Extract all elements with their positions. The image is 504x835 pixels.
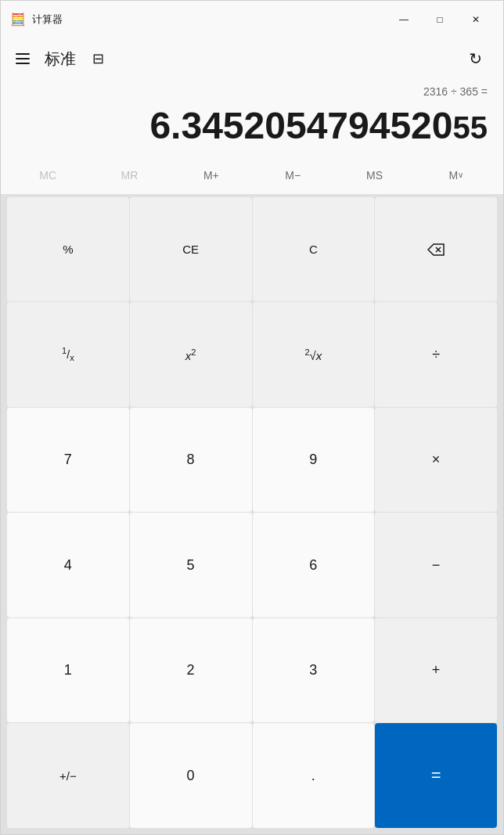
display-area: 2316 ÷ 365 = 6.345205479452055 — [1, 79, 503, 160]
sqrt-button[interactable]: 2√x — [253, 302, 375, 407]
reciprocal-label: 1/x — [62, 346, 74, 362]
history-icon: ↺ — [469, 49, 482, 68]
backspace-icon — [427, 243, 445, 256]
subtract-button[interactable]: − — [375, 513, 497, 617]
divide-button[interactable]: ÷ — [375, 302, 497, 407]
clear-button[interactable]: C — [253, 197, 375, 302]
decimal-button[interactable]: . — [253, 723, 375, 828]
eight-button[interactable]: 8 — [130, 408, 252, 513]
one-button[interactable]: 1 — [7, 618, 129, 723]
memory-recall-button[interactable]: MR — [88, 160, 170, 191]
reciprocal-button[interactable]: 1/x — [7, 302, 129, 407]
title-bar: 🧮 计算器 — □ ✕ — [1, 1, 503, 38]
mode-icon-button[interactable]: ⊟ — [82, 43, 113, 74]
mode-title: 标准 — [45, 49, 76, 70]
three-button[interactable]: 3 — [253, 618, 375, 723]
square-button[interactable]: x2 — [130, 302, 252, 407]
square-label: x2 — [185, 347, 196, 362]
add-button[interactable]: + — [375, 618, 497, 723]
memory-subtract-button[interactable]: M− — [252, 160, 333, 191]
equals-button[interactable]: = — [375, 723, 497, 828]
memory-add-button[interactable]: M+ — [171, 160, 252, 191]
hamburger-icon — [16, 53, 30, 64]
multiply-button[interactable]: × — [375, 408, 497, 513]
minimize-button[interactable]: — — [386, 7, 422, 32]
backspace-button[interactable] — [375, 197, 497, 302]
button-grid: % CE C 1/x x2 2√x ÷ 7 8 9 × 4 5 6 − — [1, 194, 503, 834]
maximize-button[interactable]: □ — [422, 7, 458, 32]
zero-button[interactable]: 0 — [130, 723, 252, 828]
history-button[interactable]: ↺ — [459, 43, 491, 74]
five-button[interactable]: 5 — [130, 513, 252, 617]
mode-icon: ⊟ — [92, 50, 104, 67]
expression-display: 2316 ÷ 365 = — [13, 85, 491, 103]
seven-button[interactable]: 7 — [7, 408, 129, 513]
percent-button[interactable]: % — [7, 197, 129, 302]
menu-button[interactable] — [7, 43, 38, 74]
main-display: 6.345205479452055 — [13, 103, 491, 157]
memory-row: MC MR M+ M− MS M∨ — [1, 160, 503, 191]
window-controls: — □ ✕ — [386, 7, 494, 32]
clear-entry-button[interactable]: CE — [130, 197, 252, 302]
close-button[interactable]: ✕ — [458, 7, 494, 32]
calculator-window: 🧮 计算器 — □ ✕ 标准 ⊟ ↺ 2316 ÷ 365 = 6.345205… — [0, 0, 504, 835]
negate-button[interactable]: +/− — [7, 723, 129, 828]
sqrt-label: 2√x — [304, 347, 322, 362]
memory-store-button[interactable]: MS — [333, 160, 415, 191]
app-header: 标准 ⊟ ↺ — [1, 38, 503, 79]
four-button[interactable]: 4 — [7, 513, 129, 617]
six-button[interactable]: 6 — [253, 513, 375, 617]
memory-clear-button[interactable]: MC — [7, 160, 88, 191]
nine-button[interactable]: 9 — [253, 408, 375, 513]
window-title: 计算器 — [32, 13, 386, 27]
two-button[interactable]: 2 — [130, 618, 252, 723]
memory-dropdown-button[interactable]: M∨ — [416, 160, 497, 191]
app-icon: 🧮 — [10, 12, 26, 27]
